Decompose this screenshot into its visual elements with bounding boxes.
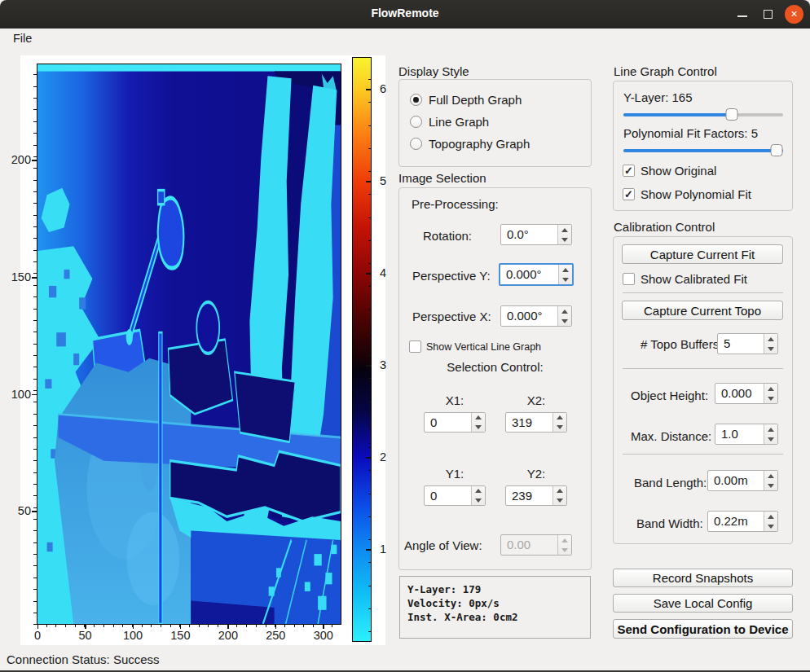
- spin-down-button[interactable]: [558, 316, 571, 326]
- colorbar-label: 2: [380, 450, 399, 463]
- y-tick-label: 200: [8, 153, 31, 166]
- maximize-icon: [764, 10, 773, 19]
- show-vertical-line-graph-checkbox[interactable]: [409, 340, 421, 353]
- spin-up-button[interactable]: [559, 265, 572, 275]
- topo-buffers-spinbox[interactable]: 5: [717, 333, 778, 354]
- flowremote-window: { "window": { "title": "FlowRemote" }, "…: [0, 0, 810, 672]
- spin-down-button[interactable]: [764, 344, 777, 354]
- spin-down-button[interactable]: [558, 235, 571, 244]
- spin-up-button[interactable]: [553, 413, 566, 423]
- band-width-spinbox[interactable]: 0.22m: [707, 511, 778, 532]
- spin-up-button[interactable]: [764, 512, 777, 521]
- info-xarea: Inst. X-Area: 0cm2: [407, 611, 517, 623]
- x-tick-label: 200: [214, 629, 242, 642]
- spin-up-button[interactable]: [764, 424, 777, 434]
- record-snapshots-button[interactable]: Record Snapshots: [613, 569, 793, 587]
- ylayer-slider-label: Y-Layer: 165: [623, 90, 693, 104]
- show-polynomial-fit-checkbox[interactable]: ✓: [623, 188, 635, 200]
- colorbar-tick: [366, 273, 372, 275]
- rotation-label: Rotation:: [423, 229, 472, 243]
- spin-up-button[interactable]: [558, 306, 571, 316]
- save-local-config-button[interactable]: Save Local Config: [613, 594, 793, 613]
- x-tick-label: 150: [166, 629, 194, 642]
- figure-canvas: 0 50 100 150 200 250 300 200 150 100 50 …: [20, 55, 385, 645]
- separator: [623, 454, 783, 455]
- send-configuration-button[interactable]: Send Configuration to Device: [613, 619, 793, 639]
- preprocessing-label: Pre-Processing:: [412, 197, 499, 211]
- perspective-y-spinbox[interactable]: 0.000°: [499, 263, 574, 286]
- poly-fit-slider-label: Polynomial Fit Factors: 5: [623, 126, 758, 140]
- spin-up-button[interactable]: [764, 471, 777, 481]
- ylayer-slider[interactable]: [623, 108, 783, 121]
- y1-spinbox[interactable]: 0: [424, 485, 486, 506]
- spin-down-button[interactable]: [472, 423, 485, 433]
- y-tick-label: 150: [8, 270, 31, 283]
- colorbar-label: 1: [380, 542, 399, 556]
- x1-spinbox[interactable]: 0: [424, 412, 486, 433]
- show-original-label: Show Original: [641, 164, 716, 178]
- show-polynomial-fit-label: Show Polynomial Fit: [641, 187, 751, 201]
- band-length-spinbox[interactable]: 0.00m: [707, 470, 778, 491]
- spin-up-button[interactable]: [764, 384, 777, 393]
- colorbar-label: 4: [380, 266, 399, 279]
- maximize-button[interactable]: [756, 0, 781, 29]
- angle-of-view-label: Angle of View:: [404, 538, 482, 552]
- colorbar-tick: [366, 549, 372, 551]
- y-axis-minor-ticks: [33, 64, 37, 625]
- max-distance-spinbox[interactable]: 1.0: [715, 424, 778, 445]
- depth-image: [37, 64, 341, 624]
- y2-spinbox[interactable]: 239: [505, 485, 567, 506]
- topo-buffers-label: # Topo Buffers:: [641, 337, 722, 351]
- perspective-x-spinbox[interactable]: 0.000°: [500, 305, 572, 327]
- menu-file[interactable]: File: [8, 31, 37, 46]
- spin-down-button[interactable]: [472, 496, 485, 506]
- show-original-checkbox[interactable]: ✓: [623, 165, 635, 177]
- info-velocity: Velocity: 0px/s: [407, 597, 500, 609]
- spin-up-button[interactable]: [558, 225, 571, 235]
- radio-full-depth-graph[interactable]: [410, 94, 422, 106]
- info-box: Y-Layer: 179 Velocity: 0px/s Inst. X-Are…: [399, 576, 591, 639]
- title-bar: FlowRemote ×: [0, 0, 810, 29]
- y-tick: [32, 394, 37, 396]
- x-axis-minor-ticks: [37, 625, 341, 627]
- minimize-icon: [737, 15, 747, 17]
- spin-down-button[interactable]: [553, 496, 566, 506]
- poly-fit-slider[interactable]: [623, 144, 783, 157]
- ylayer-slider-handle[interactable]: [726, 108, 738, 121]
- object-height-label: Object Height:: [631, 389, 708, 402]
- radio-topography-graph[interactable]: [410, 138, 422, 150]
- object-height-spinbox[interactable]: 0.000: [715, 383, 778, 404]
- spin-up-button[interactable]: [553, 486, 566, 496]
- colorbar-tick: [366, 89, 372, 90]
- spin-up-button[interactable]: [472, 413, 485, 423]
- rotation-spinbox[interactable]: 0.0°: [500, 224, 572, 245]
- max-distance-label: Max. Distance:: [631, 429, 711, 443]
- capture-current-fit-button[interactable]: Capture Current Fit: [622, 244, 783, 264]
- minimize-button[interactable]: [730, 0, 755, 29]
- x2-spinbox[interactable]: 319: [505, 412, 567, 433]
- show-vertical-line-graph-label: Show Vertical Line Graph: [426, 341, 541, 353]
- spin-down-button[interactable]: [559, 275, 572, 284]
- band-length-label: Band Length:: [634, 476, 707, 490]
- info-ylayer: Y-Layer: 179: [407, 583, 481, 595]
- spin-down-button[interactable]: [764, 521, 777, 531]
- spin-up-button[interactable]: [472, 486, 485, 496]
- menu-bar: File: [0, 29, 810, 48]
- poly-fit-slider-handle[interactable]: [771, 144, 783, 156]
- show-calibrated-fit-label: Show Calibrated Fit: [641, 272, 747, 286]
- y1-label: Y1:: [424, 467, 486, 481]
- y2-label: Y2:: [505, 467, 567, 481]
- close-button[interactable]: ×: [782, 0, 807, 29]
- separator: [623, 292, 783, 293]
- spin-down-button[interactable]: [764, 481, 777, 490]
- radio-line-graph[interactable]: [410, 116, 422, 128]
- spin-down-button[interactable]: [764, 393, 777, 403]
- radio-line-graph-label: Line Graph: [429, 115, 489, 129]
- show-calibrated-fit-checkbox[interactable]: [623, 273, 635, 285]
- spin-up-button[interactable]: [764, 334, 777, 344]
- spin-down-button[interactable]: [553, 423, 566, 433]
- calibration-control-title: Calibration Control: [614, 220, 715, 234]
- spin-down-button[interactable]: [764, 434, 777, 444]
- capture-current-topo-button[interactable]: Capture Current Topo: [622, 301, 783, 320]
- colorbar-tick: [366, 365, 372, 367]
